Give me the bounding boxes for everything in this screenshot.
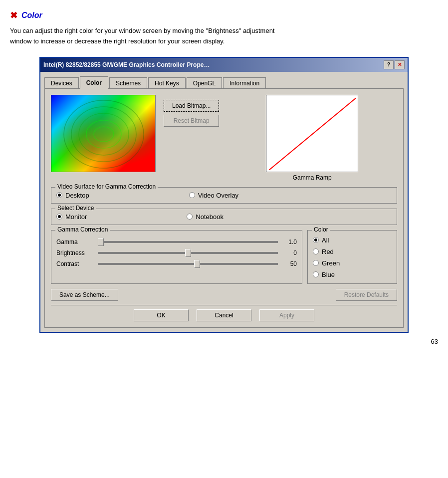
page-number: 63 [10, 338, 438, 345]
ok-cancel-row: OK Cancel Apply [51, 305, 397, 321]
save-scheme-button[interactable]: Save as Scheme... [51, 289, 118, 301]
restore-defaults-button[interactable]: Restore Defaults [336, 289, 397, 301]
color-group: Color All Red Green [307, 230, 397, 284]
bitmap-circles-svg [51, 95, 155, 172]
apply-button[interactable]: Apply [259, 309, 314, 321]
tab-devices[interactable]: Devices [44, 77, 79, 89]
sliders-color-section: Gamma Correction Gamma 1.0 Brightness [51, 230, 397, 284]
tab-hotkeys[interactable]: Hot Keys [148, 77, 186, 89]
tab-schemes[interactable]: Schemes [109, 77, 147, 89]
contrast-thumb[interactable] [194, 260, 200, 268]
video-surface-group: Video Surface for Gamma Correction Deskt… [51, 187, 397, 204]
red-label: Red [322, 248, 334, 255]
tab-content-color: Load Bitmap... Reset Bitmap Gamma Ramp V… [44, 88, 404, 328]
blue-label: Blue [322, 271, 335, 278]
gamma-value: 1.0 [282, 239, 297, 245]
ok-button[interactable]: OK [134, 309, 189, 321]
notebook-label: Notebook [196, 213, 224, 221]
video-surface-label: Video Surface for Gamma Correction [55, 183, 158, 190]
gamma-thumb[interactable] [98, 238, 104, 246]
gamma-track[interactable] [98, 241, 278, 243]
gamma-correction-label: Gamma Correction [55, 226, 110, 233]
tab-bar: Devices Color Schemes Hot Keys OpenGL In… [44, 76, 404, 88]
svg-point-3 [71, 107, 136, 162]
svg-line-5 [269, 98, 356, 170]
gamma-ramp-label: Gamma Ramp [293, 174, 332, 181]
blue-option[interactable]: Blue [313, 271, 392, 278]
section-title: Color [21, 11, 42, 20]
desktop-radio[interactable] [56, 192, 62, 198]
select-device-label: Select Device [55, 205, 96, 212]
bitmap-preview [51, 95, 156, 172]
select-device-group: Select Device Monitor Notebook [51, 209, 397, 225]
monitor-label: Monitor [65, 213, 87, 221]
desktop-option[interactable]: Desktop [56, 192, 89, 199]
green-radio[interactable] [313, 260, 319, 266]
all-radio[interactable] [313, 237, 319, 243]
dialog-titlebar: Intel(R) 82852/82855 GM/GME Graphics Con… [40, 58, 408, 72]
page-description: You can adjust the right color for your … [10, 26, 438, 47]
contrast-slider-row: Contrast 50 [56, 260, 297, 267]
gamma-ramp-container: Gamma Ramp [227, 95, 397, 181]
color-top-section: Load Bitmap... Reset Bitmap Gamma Ramp [51, 95, 397, 181]
titlebar-buttons: ? ✕ [384, 60, 405, 69]
brightness-label: Brightness [56, 249, 94, 256]
video-surface-options: Desktop Video Overlay [56, 192, 392, 199]
reset-bitmap-button[interactable]: Reset Bitmap [164, 115, 219, 127]
bitmap-controls: Load Bitmap... Reset Bitmap [164, 95, 219, 181]
dialog-content: Devices Color Schemes Hot Keys OpenGL In… [40, 72, 408, 332]
gamma-slider-row: Gamma 1.0 [56, 239, 297, 245]
monitor-radio[interactable] [56, 214, 62, 220]
page-header: ✖ Color [10, 10, 438, 21]
svg-point-1 [86, 120, 121, 148]
svg-point-0 [94, 127, 114, 142]
brightness-slider-row: Brightness 0 [56, 249, 297, 256]
gamma-correction-group: Gamma Correction Gamma 1.0 Brightness [51, 230, 302, 284]
tab-color[interactable]: Color [80, 76, 108, 89]
color-radio-options: All Red Green Blue [313, 237, 392, 278]
gamma-label: Gamma [56, 239, 94, 245]
help-button[interactable]: ? [384, 60, 394, 69]
video-overlay-option[interactable]: Video Overlay [189, 192, 238, 199]
brightness-thumb[interactable] [185, 249, 191, 257]
all-option[interactable]: All [313, 237, 392, 244]
dialog-window: Intel(R) 82852/82855 GM/GME Graphics Con… [39, 57, 409, 333]
dialog-title: Intel(R) 82852/82855 GM/GME Graphics Con… [43, 61, 210, 68]
close-button[interactable]: ✕ [395, 60, 405, 69]
blue-radio[interactable] [313, 271, 319, 277]
notebook-radio[interactable] [187, 214, 193, 220]
notebook-option[interactable]: Notebook [187, 213, 224, 221]
gamma-ramp-box [266, 95, 358, 172]
red-radio[interactable] [313, 248, 319, 254]
contrast-track[interactable] [98, 263, 278, 265]
contrast-value: 50 [282, 260, 297, 267]
svg-point-4 [64, 100, 144, 168]
red-option[interactable]: Red [313, 248, 392, 255]
brightness-track[interactable] [98, 252, 278, 254]
tab-information[interactable]: Information [223, 77, 266, 89]
tab-opengl[interactable]: OpenGL [187, 77, 222, 89]
video-overlay-label: Video Overlay [198, 192, 238, 199]
gamma-ramp-svg [269, 98, 356, 170]
all-label: All [322, 237, 329, 244]
contrast-label: Contrast [56, 260, 94, 267]
green-option[interactable]: Green [313, 259, 392, 267]
video-overlay-radio[interactable] [189, 192, 195, 198]
desktop-label: Desktop [65, 192, 89, 199]
section-icon: ✖ [10, 10, 17, 21]
brightness-value: 0 [282, 249, 297, 256]
select-device-options: Monitor Notebook [56, 213, 392, 221]
cancel-button[interactable]: Cancel [197, 309, 251, 321]
color-group-label: Color [312, 226, 330, 233]
bottom-buttons-row: Save as Scheme... Restore Defaults [51, 289, 397, 301]
monitor-option[interactable]: Monitor [56, 213, 87, 221]
load-bitmap-button[interactable]: Load Bitmap... [164, 100, 219, 112]
green-label: Green [322, 259, 340, 267]
